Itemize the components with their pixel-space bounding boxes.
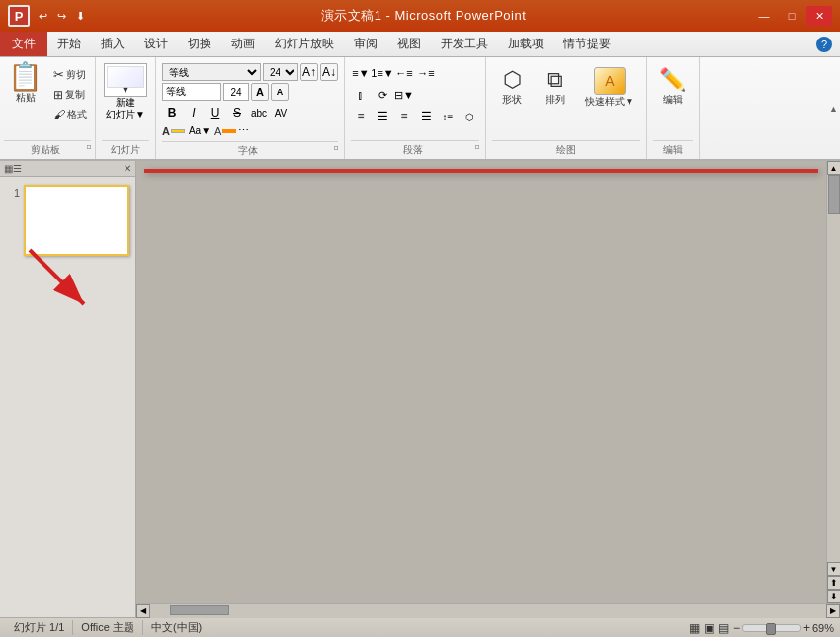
- char-spacing-button[interactable]: AV: [271, 103, 291, 122]
- align-left-button[interactable]: ≡: [351, 107, 371, 126]
- canvas-container: 单击此处添加标 单击此处添加副标是 ▲ ▼ ⬆ ⬇: [136, 161, 840, 617]
- slide-panel-header: ▦ ☰ ✕: [0, 161, 135, 177]
- decrease-indent-button[interactable]: ←≡: [394, 63, 414, 83]
- bold-button[interactable]: B: [162, 103, 182, 122]
- zoom-control: − + 69%: [733, 621, 834, 635]
- scroll-right-button[interactable]: ▶: [826, 604, 840, 618]
- window-controls: — □ ✕: [751, 6, 832, 26]
- menu-developer[interactable]: 开发工具: [431, 32, 498, 56]
- ribbon-collapse-btn[interactable]: ▲: [829, 104, 838, 114]
- close-button[interactable]: ✕: [806, 6, 832, 26]
- columns-button[interactable]: ⫿: [351, 85, 371, 105]
- status-right: ▦ ▣ ▤ − + 69%: [689, 621, 834, 635]
- hscroll-track: [150, 604, 826, 618]
- more-btn[interactable]: ⋯: [238, 124, 249, 137]
- text-direction-button[interactable]: ⟳: [373, 85, 392, 105]
- font-color-btn[interactable]: A: [162, 125, 185, 137]
- drawing-group: ⬡ 形状 ⧉ 排列 A 快速样式▼ 绘图: [486, 57, 647, 159]
- zoom-out-btn[interactable]: −: [733, 621, 740, 635]
- menu-addins[interactable]: 加载项: [498, 32, 553, 56]
- format-painter-button[interactable]: 🖌格式: [49, 106, 91, 123]
- restore-button[interactable]: □: [779, 6, 804, 26]
- numbered-list-button[interactable]: 1≡▼: [373, 63, 392, 83]
- arrange-button[interactable]: ⧉ 排列: [536, 63, 575, 111]
- redo-btn[interactable]: ↪: [54, 8, 69, 25]
- editing-group: ✏️ 编辑 编辑: [647, 57, 700, 159]
- next-slide-scroll[interactable]: ⬇: [827, 590, 841, 603]
- status-bar: 幻灯片 1/1 Office 主题 中文(中国) ▦ ▣ ▤ − + 69%: [0, 617, 840, 637]
- menu-home[interactable]: 开始: [47, 32, 91, 56]
- menu-insert[interactable]: 插入: [91, 32, 134, 56]
- drawing-label: 绘图: [492, 140, 640, 159]
- align-right-button[interactable]: ≡: [394, 107, 414, 126]
- prev-slide-scroll[interactable]: ⬆: [827, 576, 841, 590]
- minimize-button[interactable]: —: [751, 6, 777, 26]
- font-decrease-button[interactable]: A↓: [320, 63, 338, 81]
- new-slide-button[interactable]: ▼ 新建幻灯片▼: [102, 61, 149, 122]
- scroll-left-button[interactable]: ◀: [136, 604, 150, 618]
- font-name-select[interactable]: 等线 微软雅黑: [162, 63, 261, 81]
- slide-panel: ▦ ☰ ✕ 1: [0, 161, 136, 617]
- scroll-thumb[interactable]: [828, 175, 840, 214]
- panel-icon-normal[interactable]: ▦: [4, 163, 13, 174]
- hscroll-thumb[interactable]: [170, 605, 229, 615]
- canvas-row: 单击此处添加标 单击此处添加副标是 ▲ ▼ ⬆ ⬇: [136, 161, 840, 603]
- bullet-list-button[interactable]: ≡▼: [351, 63, 371, 83]
- paste-button[interactable]: 📋 粘贴: [4, 61, 46, 107]
- zoom-in-btn[interactable]: +: [803, 621, 810, 635]
- scroll-down-button[interactable]: ▼: [827, 562, 841, 576]
- panel-close-icon[interactable]: ✕: [124, 163, 131, 174]
- font-format-row: B I U S abc AV: [162, 103, 338, 122]
- font-highlight-btn[interactable]: A: [214, 125, 236, 137]
- slide-info: 幻灯片 1/1: [6, 620, 73, 635]
- shadow-button[interactable]: abc: [249, 103, 269, 122]
- align-justify-button[interactable]: ☰: [416, 107, 436, 126]
- help-button[interactable]: ?: [808, 32, 840, 56]
- menu-file[interactable]: 文件: [0, 32, 47, 56]
- view-reading-btn[interactable]: ▤: [718, 621, 729, 635]
- zoom-slider[interactable]: [742, 624, 801, 632]
- italic-button[interactable]: I: [184, 103, 204, 122]
- font-size-down2[interactable]: A: [271, 83, 289, 101]
- line-spacing-button[interactable]: ↕≡: [438, 107, 458, 126]
- quick-styles-button[interactable]: A 快速样式▼: [579, 63, 640, 113]
- menu-storyboard[interactable]: 情节提要: [553, 32, 621, 56]
- menu-slideshow[interactable]: 幻灯片放映: [265, 32, 344, 56]
- undo-btn[interactable]: ↩: [36, 8, 50, 25]
- quick-dropdown[interactable]: ⬇: [73, 8, 88, 25]
- copy-button[interactable]: ⊞复制: [49, 86, 91, 104]
- clipboard-expand[interactable]: ⌑: [87, 143, 91, 152]
- strikethrough-button[interactable]: S: [227, 103, 247, 122]
- menu-animation[interactable]: 动画: [221, 32, 265, 56]
- convert-smartart-button[interactable]: ⬡: [460, 107, 479, 126]
- ribbon-collapse: ▲: [827, 57, 840, 159]
- canvas-area: 单击此处添加标 单击此处添加副标是: [136, 161, 826, 603]
- view-slide-btn[interactable]: ▣: [704, 621, 714, 635]
- case-button[interactable]: Aa▼: [187, 125, 212, 136]
- font-expand[interactable]: ⌑: [334, 144, 338, 153]
- paragraph-expand[interactable]: ⌑: [475, 143, 479, 152]
- menu-design[interactable]: 设计: [134, 32, 178, 56]
- font-size-select[interactable]: 24 18 36: [263, 63, 298, 81]
- slide-canvas[interactable]: 单击此处添加标 单击此处添加副标是: [144, 169, 818, 173]
- underline-button[interactable]: U: [206, 103, 225, 122]
- menu-view[interactable]: 视图: [387, 32, 431, 56]
- font-label: 字体 ⌑: [162, 141, 338, 160]
- align-center-button[interactable]: ☰: [373, 107, 392, 126]
- lang-info: 中文(中国): [143, 620, 210, 635]
- editing-button[interactable]: ✏️ 编辑: [653, 63, 693, 111]
- window-title: 演示文稿1 - Microsoft PowerPoint: [96, 7, 751, 25]
- cut-button[interactable]: ✂剪切: [49, 65, 91, 84]
- panel-icon-outline[interactable]: ☰: [13, 163, 22, 174]
- view-normal-btn[interactable]: ▦: [689, 621, 700, 635]
- increase-indent-button[interactable]: →≡: [416, 63, 436, 83]
- font-increase-button[interactable]: A↑: [300, 63, 318, 81]
- shapes-button[interactable]: ⬡ 形状: [492, 63, 532, 111]
- align-vertical-button[interactable]: ⊟▼: [394, 85, 414, 105]
- clipboard-group: 📋 粘贴 ✂剪切 ⊞复制 🖌格式 剪贴板 ⌑: [0, 57, 96, 159]
- menu-review[interactable]: 审阅: [344, 32, 387, 56]
- font-size-up2[interactable]: A: [251, 83, 269, 101]
- menu-transition[interactable]: 切换: [178, 32, 221, 56]
- zoom-level: 69%: [812, 622, 834, 634]
- scroll-up-button[interactable]: ▲: [827, 161, 841, 175]
